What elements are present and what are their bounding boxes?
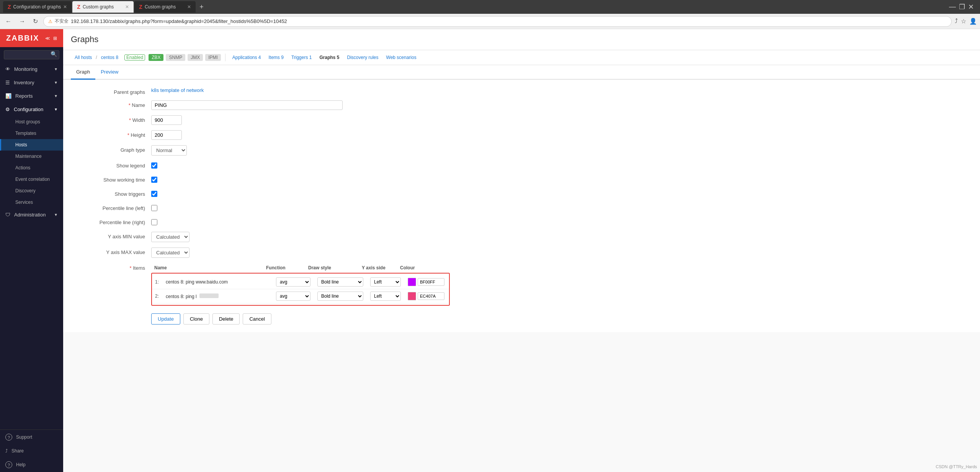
show-legend-label: Show legend <box>75 161 151 169</box>
new-tab-button[interactable]: + <box>196 3 207 11</box>
sidebar-collapse-button[interactable]: ≪ <box>45 36 50 41</box>
bookmark-icon[interactable]: ☆ <box>961 18 966 25</box>
browser-tab-2[interactable]: Z Custom graphs ✕ <box>72 1 134 13</box>
badge-snmp[interactable]: SNMP <box>166 54 185 61</box>
tab-close-1[interactable]: ✕ <box>63 4 67 10</box>
form-tab-preview[interactable]: Preview <box>95 65 124 80</box>
name-label: Name <box>75 100 151 108</box>
delete-button[interactable]: Delete <box>212 313 240 324</box>
badge-jmx[interactable]: JMX <box>188 54 203 61</box>
item-draw-select-1[interactable]: Bold line Line Filled region <box>317 277 363 287</box>
sidebar-item-administration[interactable]: 🛡 Administration ▼ <box>0 208 63 221</box>
sidebar-sub-event-correlation[interactable]: Event correlation <box>0 174 63 185</box>
administration-icon: 🛡 <box>5 212 10 218</box>
browser-tab-1[interactable]: Z Configuration of graphs ✕ <box>3 1 72 13</box>
window-minimize[interactable]: — <box>949 3 956 11</box>
watermark: CSDN @TTRy_Hards <box>936 464 977 469</box>
items-col-colour-header: Colour <box>400 265 438 270</box>
share-footer-icon: ⤴ <box>5 448 8 454</box>
sidebar-sub-services[interactable]: Services <box>0 197 63 208</box>
inventory-icon: ☰ <box>5 80 10 85</box>
host-bar-separator <box>225 54 225 61</box>
update-button[interactable]: Update <box>151 313 180 324</box>
window-close[interactable]: ✕ <box>968 3 974 11</box>
tab-graphs[interactable]: Graphs 5 <box>315 53 343 62</box>
host-bar: All hosts / centos 8 Enabled ZBX SNMP JM… <box>63 50 980 65</box>
tab-triggers[interactable]: Triggers 1 <box>287 53 316 62</box>
tab-items[interactable]: Items 9 <box>265 53 287 62</box>
show-legend-checkbox-container <box>151 161 343 170</box>
cancel-button[interactable]: Cancel <box>243 313 271 324</box>
item-num-2: 2: <box>155 293 163 299</box>
width-input-container <box>151 115 343 125</box>
tab-discovery-rules[interactable]: Discovery rules <box>343 53 382 62</box>
colour-input-1[interactable] <box>418 278 444 286</box>
item-yaxis-select-2[interactable]: Left Right <box>370 292 401 301</box>
y-axis-min-label: Y axis MIN value <box>75 232 151 239</box>
sidebar-sub-actions[interactable]: Actions <box>0 162 63 174</box>
page-title: Graphs <box>71 34 972 44</box>
tab-close-3[interactable]: ✕ <box>187 4 191 10</box>
percentile-left-checkbox[interactable] <box>151 205 157 211</box>
sidebar-sub-hosts[interactable]: Hosts <box>0 139 63 151</box>
clone-button[interactable]: Clone <box>183 313 209 324</box>
sidebar-footer-help[interactable]: ? Help <box>0 457 63 472</box>
form-buttons: Update Clone Delete Cancel <box>151 313 969 324</box>
sidebar-item-configuration[interactable]: ⚙ Configuration ▼ <box>0 103 63 116</box>
sidebar-footer-share[interactable]: ⤴ Share <box>0 444 63 457</box>
badge-zbx[interactable]: ZBX <box>149 54 163 61</box>
sidebar: ZABBIX ≪ ⊞ 🔍 👁 Monitoring ▼ ☰ Inventory … <box>0 29 63 472</box>
sidebar-sub-maintenance[interactable]: Maintenance <box>0 151 63 162</box>
items-column-headers: Name Function Draw style Y axis side Col <box>151 263 450 272</box>
sidebar-sub-discovery[interactable]: Discovery <box>0 185 63 197</box>
profile-icon[interactable]: 👤 <box>969 18 977 25</box>
badge-ipmi[interactable]: IPMI <box>205 54 221 61</box>
show-triggers-checkbox[interactable] <box>151 191 157 197</box>
y-axis-max-select[interactable]: Calculated Fixed Item <box>151 247 189 258</box>
width-input[interactable] <box>151 115 182 125</box>
form-tab-graph[interactable]: Graph <box>71 65 95 80</box>
percentile-right-checkbox-container <box>151 218 343 226</box>
tab-close-2[interactable]: ✕ <box>125 4 129 10</box>
show-working-time-checkbox[interactable] <box>151 177 157 183</box>
sidebar-footer-support[interactable]: ? Support <box>0 430 63 444</box>
sidebar-item-inventory[interactable]: ☰ Inventory ▼ <box>0 76 63 89</box>
percentile-right-checkbox[interactable] <box>151 219 157 225</box>
sidebar-sub-templates[interactable]: Templates <box>0 128 63 139</box>
nav-back-button[interactable]: ← <box>3 16 14 26</box>
search-icon: 🔍 <box>51 51 57 57</box>
tab-z-icon-1: Z <box>8 4 11 10</box>
percentile-right-label: Percentile line (right) <box>75 218 151 225</box>
window-restore[interactable]: ❐ <box>959 3 965 11</box>
show-legend-checkbox[interactable] <box>151 162 157 169</box>
colour-swatch-1[interactable] <box>408 278 416 286</box>
host-status-badge: Enabled <box>124 54 145 61</box>
item-yaxis-select-1[interactable]: Left Right <box>370 277 401 287</box>
share-icon[interactable]: ⤴ <box>955 18 958 25</box>
address-bar[interactable]: ⚠ 不安全 192.168.178.130/zabbix/graphs.php?… <box>43 16 952 27</box>
all-hosts-link[interactable]: All hosts <box>71 53 96 62</box>
browser-tab-3[interactable]: Z Custom graphs ✕ <box>134 1 196 13</box>
graph-type-select[interactable]: Normal Stacked Pie Exploded <box>151 145 187 156</box>
main-content: Graphs All hosts / centos 8 Enabled ZBX … <box>63 29 980 472</box>
name-input[interactable] <box>151 100 343 110</box>
sidebar-pin-button[interactable]: ⊞ <box>53 36 57 41</box>
nav-refresh-button[interactable]: ↻ <box>31 16 40 26</box>
item-draw-select-2[interactable]: Bold line Line Filled region <box>317 292 363 301</box>
host-name-link[interactable]: centos 8 <box>97 53 122 62</box>
parent-graphs-link[interactable]: k8s template of network <box>151 87 204 93</box>
y-axis-max-label: Y axis MAX value <box>75 247 151 255</box>
nav-forward-button[interactable]: → <box>17 16 28 26</box>
reports-arrow-icon: ▼ <box>54 94 58 98</box>
sidebar-item-monitoring[interactable]: 👁 Monitoring ▼ <box>0 62 63 76</box>
colour-input-2[interactable] <box>418 292 444 300</box>
item-function-select-1[interactable]: avg min max <box>276 277 310 287</box>
item-function-select-2[interactable]: avg min max <box>276 292 310 301</box>
sidebar-sub-host-groups[interactable]: Host groups <box>0 116 63 128</box>
y-axis-min-select[interactable]: Calculated Fixed Item <box>151 232 189 242</box>
colour-swatch-2[interactable] <box>408 292 416 300</box>
sidebar-item-reports[interactable]: 📊 Reports ▼ <box>0 89 63 103</box>
tab-web-scenarios[interactable]: Web scenarios <box>382 53 420 62</box>
tab-applications[interactable]: Applications 4 <box>229 53 265 62</box>
height-input[interactable] <box>151 130 182 140</box>
